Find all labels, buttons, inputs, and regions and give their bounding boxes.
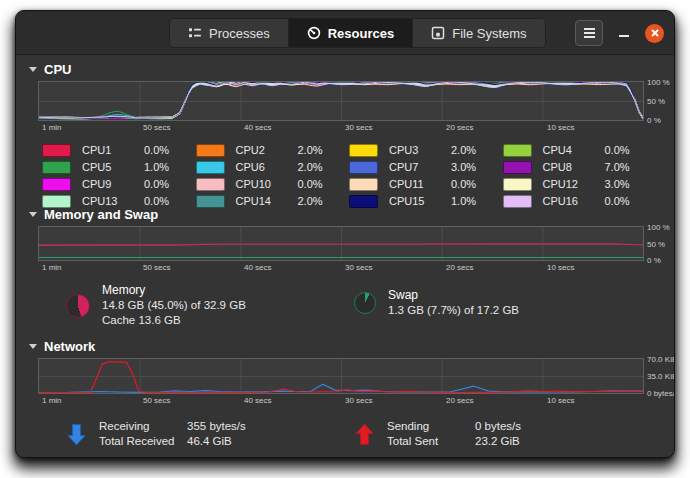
- cpu-usage-value: 3.0%: [605, 178, 649, 190]
- x-tick-label: 40 secs: [244, 263, 272, 272]
- hamburger-icon: [584, 32, 595, 34]
- memory-x-axis: 1 min50 secs40 secs30 secs20 secs10 secs: [38, 263, 644, 274]
- total-received-label: Total Received: [99, 434, 187, 449]
- process-list-icon: [188, 26, 202, 40]
- cpu-name: CPU2: [236, 144, 290, 156]
- y-tick-label: 0 %: [647, 116, 661, 125]
- cpu-name: CPU8: [543, 161, 597, 173]
- memory-label: Memory: [102, 283, 246, 298]
- memory-pie-icon: [66, 294, 90, 318]
- x-tick-label: 1 min: [42, 123, 62, 132]
- collapse-arrow-icon: [29, 67, 37, 72]
- collapse-arrow-icon: [29, 344, 37, 349]
- cpu-usage-value: 7.0%: [605, 161, 649, 173]
- cpu-legend-item: CPU62.0%: [196, 160, 342, 174]
- cpu-legend-item: CPU22.0%: [196, 143, 342, 157]
- swap-pie-icon: [354, 292, 376, 314]
- speedometer-icon: [307, 26, 321, 40]
- y-tick-label: 0 %: [647, 256, 661, 265]
- x-tick-label: 10 secs: [547, 263, 575, 272]
- cpu-usage-value: 0.0%: [144, 144, 188, 156]
- y-tick-label: 50 %: [647, 97, 665, 106]
- upload-arrow-icon: [354, 423, 375, 446]
- x-tick-label: 1 min: [42, 396, 62, 405]
- y-tick-label: 70.0 KiB/: [647, 355, 675, 364]
- cpu-color-swatch: [349, 178, 378, 191]
- section-title: CPU: [44, 62, 71, 77]
- y-tick-label: 50 %: [647, 240, 665, 249]
- tab-file-systems[interactable]: File Systems: [413, 19, 544, 47]
- cpu-legend-item: CPU110.0%: [349, 177, 495, 191]
- memory-section-header[interactable]: Memory and Swap: [16, 206, 674, 222]
- tab-processes[interactable]: Processes: [170, 19, 289, 47]
- cpu-name: CPU12: [543, 178, 597, 190]
- network-section: Network 70.0 KiB/35.0 KiB/0 bytes/s 1 mi…: [16, 338, 674, 458]
- cpu-section-header[interactable]: CPU: [16, 61, 674, 77]
- x-tick-label: 30 secs: [345, 263, 373, 272]
- cpu-section: CPU 100 %50 %0 % 1 min50 secs40 secs30 s…: [16, 61, 674, 208]
- cpu-usage-value: 0.0%: [144, 178, 188, 190]
- memory-history-chart: 100 %50 %0 %: [38, 226, 644, 261]
- window-controls: [575, 11, 664, 55]
- x-tick-label: 30 secs: [345, 396, 373, 405]
- memory-cache: Cache 13.6 GB: [102, 313, 246, 328]
- total-sent-label: Total Sent: [387, 434, 475, 449]
- cpu-color-swatch: [503, 161, 532, 174]
- cpu-color-swatch: [349, 144, 378, 157]
- receiving-value: 355 bytes/s: [187, 419, 246, 434]
- cpu-legend-item: CPU10.0%: [42, 143, 188, 157]
- cpu-color-swatch: [503, 144, 532, 157]
- menu-button[interactable]: [575, 20, 603, 46]
- system-monitor-window: Processes Resources: [15, 10, 675, 458]
- memory-stats: Memory 14.8 GB (45.0%) of 32.9 GB Cache …: [66, 283, 246, 328]
- receiving-label: Receiving: [99, 419, 187, 434]
- sending-label: Sending: [387, 419, 475, 434]
- cpu-legend-item: CPU73.0%: [349, 160, 495, 174]
- cpu-color-swatch: [42, 144, 71, 157]
- close-button[interactable]: [645, 24, 664, 43]
- tab-label: File Systems: [452, 26, 526, 41]
- cpu-color-swatch: [42, 161, 71, 174]
- sending-stats: Sending 0 bytes/s Total Sent 23.2 GiB: [354, 419, 521, 449]
- cpu-name: CPU1: [82, 144, 136, 156]
- collapse-arrow-icon: [29, 212, 37, 217]
- x-tick-label: 50 secs: [143, 396, 171, 405]
- cpu-name: CPU10: [236, 178, 290, 190]
- x-tick-label: 50 secs: [143, 123, 171, 132]
- cpu-name: CPU11: [389, 178, 443, 190]
- minimize-icon: [619, 35, 629, 37]
- cpu-name: CPU7: [389, 161, 443, 173]
- cpu-name: CPU6: [236, 161, 290, 173]
- swap-usage: 1.3 GB (7.7%) of 17.2 GB: [388, 303, 519, 318]
- y-tick-label: 100 %: [647, 78, 670, 87]
- cpu-legend-item: CPU40.0%: [503, 143, 649, 157]
- x-tick-label: 30 secs: [345, 123, 373, 132]
- cpu-name: CPU4: [543, 144, 597, 156]
- cpu-usage-value: 2.0%: [298, 144, 342, 156]
- cpu-usage-value: 3.0%: [451, 161, 495, 173]
- download-arrow-icon: [66, 423, 87, 446]
- network-section-header[interactable]: Network: [16, 338, 674, 354]
- y-tick-label: 35.0 KiB/: [647, 372, 675, 381]
- x-tick-label: 40 secs: [244, 123, 272, 132]
- cpu-legend-item: CPU100.0%: [196, 177, 342, 191]
- x-tick-label: 10 secs: [547, 396, 575, 405]
- cpu-name: CPU3: [389, 144, 443, 156]
- minimize-button[interactable]: [616, 25, 632, 41]
- y-tick-label: 100 %: [647, 223, 670, 232]
- swap-label: Swap: [388, 288, 519, 303]
- tab-resources[interactable]: Resources: [289, 19, 413, 47]
- x-tick-label: 50 secs: [143, 263, 171, 272]
- cpu-name: CPU9: [82, 178, 136, 190]
- total-received-value: 46.4 GiB: [187, 434, 246, 449]
- cpu-y-axis: 100 %50 %0 %: [643, 82, 675, 120]
- tab-label: Processes: [209, 26, 270, 41]
- cpu-name: CPU5: [82, 161, 136, 173]
- memory-section: Memory and Swap 100 %50 %0 % 1 min50 sec…: [16, 206, 674, 335]
- total-sent-value: 23.2 GiB: [475, 434, 521, 449]
- cpu-usage-value: 1.0%: [144, 161, 188, 173]
- network-x-axis: 1 min50 secs40 secs30 secs20 secs10 secs: [38, 396, 644, 407]
- network-y-axis: 70.0 KiB/35.0 KiB/0 bytes/s: [643, 359, 675, 393]
- network-history-chart: 70.0 KiB/35.0 KiB/0 bytes/s: [38, 358, 644, 394]
- cpu-legend-item: CPU123.0%: [503, 177, 649, 191]
